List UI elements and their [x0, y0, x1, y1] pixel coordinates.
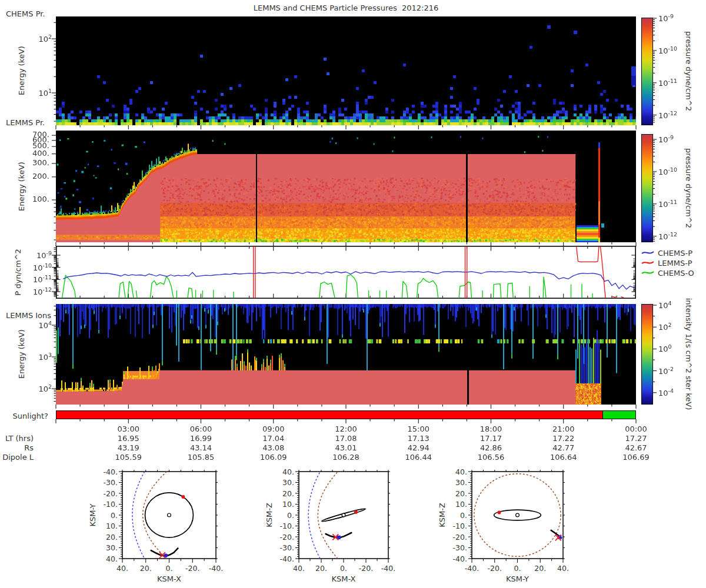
orbit-xtick-label: -20.: [359, 564, 373, 573]
lemms-pressure-spectrogram: [56, 131, 636, 242]
sunlight-label: Sunlight?: [7, 412, 48, 420]
rs-value: 42.94: [408, 443, 429, 452]
colorbar-unit-pressure-mid: pressure dyne/cm^2: [684, 148, 693, 228]
orbit-start-marker: [498, 510, 501, 514]
orbit-ytick-label: 20.: [455, 489, 467, 498]
orbit-xlabel: KSM-X: [157, 574, 181, 583]
orbit-xtick-label: 40.: [293, 564, 305, 573]
orbit-ytick-label: 40.: [455, 467, 467, 476]
time-tick-label: 06:00: [190, 425, 212, 433]
orbit-ytick-label: 30.: [282, 478, 294, 487]
orbit-xtick-label: 0.: [166, 564, 173, 573]
rs-value: 43.08: [262, 443, 284, 452]
orbit-xtick-label: -40.: [381, 564, 395, 573]
time-tick-label: 15:00: [408, 425, 429, 433]
orbit-plots: -40.-30.-20.-10.0.10.20.30.40.40.20.0.-2…: [0, 459, 706, 588]
orbit-ylabel: KSM-Z: [438, 503, 447, 527]
orbit-xtick-label: -20.: [488, 564, 502, 573]
orbit-ytick-label: 0.: [111, 511, 118, 520]
colorbar-tick: 10-10: [658, 45, 677, 55]
lt-value: 17.04: [262, 434, 284, 443]
ytick-lemms: 100.: [20, 195, 49, 203]
orbit-ytick-label: -10.: [280, 522, 294, 530]
ytick-ions: 102: [20, 383, 52, 393]
colorbar-tick: 10-2: [658, 366, 674, 376]
orbit-ytick-label: 40.: [106, 554, 118, 563]
orbit-ytick-label: -40.: [280, 554, 294, 563]
orbit-ytick-label: 30.: [455, 478, 467, 487]
orbit-ytick-label: 20.: [106, 533, 118, 542]
orbit-xlabel: KSM-X: [332, 574, 356, 583]
orbit-start-marker: [181, 495, 185, 499]
orbit-xtick-label: 20.: [140, 564, 152, 573]
legend-label-lemms-p: LEMMS-P: [658, 259, 692, 268]
dipole-l-value: 105.85: [188, 453, 215, 462]
lt-value: 17.22: [552, 434, 574, 443]
ytick-lemms: 300.: [20, 158, 49, 167]
ytick-pressure: 10-12: [20, 286, 52, 296]
chems-pressure-spectrogram: [56, 16, 636, 125]
orbit-xtick-label: -40.: [209, 564, 223, 573]
dipole-l-value: 106.69: [622, 453, 650, 462]
orbit-xtick-label: -20.: [185, 564, 199, 573]
orbit-xtick-label: 0.: [514, 564, 521, 573]
colorbar-tick: 102: [658, 322, 672, 332]
time-tick-label: 21:00: [552, 425, 574, 433]
orbit-ytick-label: -10.: [453, 522, 467, 530]
dipole-l-value: 106.28: [332, 453, 359, 462]
ytick-ions: 104: [20, 320, 52, 330]
dipole-l-value: 106.56: [478, 453, 505, 462]
orbit-ytick-label: -30.: [453, 543, 467, 552]
orbit-ytick-label: 10.: [282, 500, 294, 509]
ytick-chems: 101: [20, 88, 52, 98]
orbit-xtick-label: 0.: [340, 564, 347, 573]
orbit-ytick-label: 40.: [282, 467, 294, 476]
y-axis-label-lemms: Energy (keV): [17, 162, 26, 211]
orbit-ytick-label: 10.: [455, 500, 467, 509]
rs-value: 43.14: [190, 443, 212, 452]
spacecraft-marker: [164, 553, 168, 557]
orbit-xlabel: KSM-Y: [506, 574, 529, 583]
colorbar-tick: 10-11: [658, 78, 677, 88]
row-label-rs: Rs: [0, 443, 34, 452]
colorbar-tick: 10-10: [658, 166, 677, 176]
orbit-ytick-label: -30.: [104, 478, 118, 487]
figure-root: LEMMS and CHEMS Particle Pressures 2012:…: [0, 0, 706, 588]
orbit-xtick-label: 40.: [116, 564, 128, 573]
orbit-ytick-label: -20.: [453, 533, 467, 542]
legend-label-chems-p: CHEMS-P: [658, 249, 692, 258]
time-tick-label: 12:00: [335, 425, 357, 433]
colorbar-intensity: [641, 304, 653, 405]
lt-value: 16.95: [118, 434, 139, 443]
orbit-ytick-label: 0.: [287, 511, 294, 520]
orbit-ylabel: KSM-Z: [265, 503, 274, 527]
lt-value: 16.99: [190, 434, 212, 443]
orbit-ytick-label: -30.: [280, 543, 294, 552]
x-marker: [159, 552, 165, 558]
panel-label-chems-pr: CHEMS Pr.: [6, 9, 45, 18]
time-tick-label: 18:00: [480, 425, 502, 433]
colorbar-tick: 10-12: [658, 110, 677, 120]
rs-value: 43.01: [335, 443, 357, 452]
orbit-xtick-label: 20.: [315, 564, 327, 573]
orbit-ytick-label: -40.: [453, 554, 467, 563]
ytick-lemms: 400.: [20, 149, 49, 158]
colorbar-pressure-mid: [641, 134, 653, 242]
rs-value: 43.19: [118, 443, 139, 452]
orbit-xtick-label: 20.: [534, 564, 546, 573]
time-tick-label: 03:00: [118, 425, 139, 433]
rs-value: 42.86: [480, 443, 502, 452]
orbit-ytick-label: -20.: [104, 489, 118, 498]
spacecraft-marker: [337, 536, 340, 539]
colorbar-tick: 10-9: [658, 134, 674, 144]
figure-title: LEMMS and CHEMS Particle Pressures 2012:…: [56, 4, 636, 12]
orbit-ytick-label: -40.: [104, 467, 118, 476]
lt-value: 17.08: [335, 434, 357, 443]
orbit-xtick-label: -40.: [465, 564, 479, 573]
panel-label-lemms-pr: LEMMS Pr.: [6, 118, 45, 127]
dipole-l-value: 105.59: [115, 453, 142, 462]
orbit-ylabel: KSM-Y: [88, 503, 97, 526]
colorbar-tick: 104: [658, 300, 672, 310]
ytick-pressure: 10-11: [20, 274, 52, 284]
ytick-lemms: 200.: [20, 172, 49, 181]
